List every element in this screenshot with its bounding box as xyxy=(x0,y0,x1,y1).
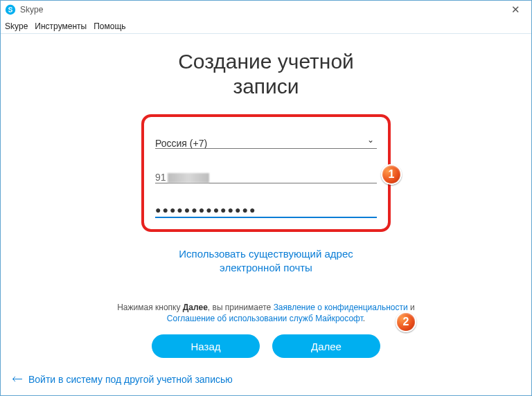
phone-value-censored xyxy=(168,173,209,183)
annotation-badge-1: 1 xyxy=(381,164,402,185)
use-existing-line1[interactable]: Использовать существующий адрес xyxy=(179,248,353,260)
arrow-left-icon: 🡐 xyxy=(12,373,23,386)
close-button[interactable]: ✕ xyxy=(504,3,527,17)
menu-help[interactable]: Помощь xyxy=(94,21,125,31)
next-button[interactable]: Далее xyxy=(272,334,380,358)
use-existing-email-link[interactable]: Использовать существующий адрес электрон… xyxy=(1,247,531,276)
chevron-down-icon: ⌄ xyxy=(367,135,374,145)
password-input[interactable]: ●●●●●●●●●●●●●● xyxy=(155,195,377,218)
use-existing-line2[interactable]: электронной почты xyxy=(220,262,312,273)
sign-in-other-account-link[interactable]: 🡐 Войти в систему под другой учетной зап… xyxy=(12,373,233,386)
app-title: Skype xyxy=(20,5,504,15)
privacy-link[interactable]: Заявление о конфиденциальности xyxy=(274,303,408,312)
phone-input[interactable]: 91 xyxy=(155,160,377,183)
tos-text: Нажимая кнопку Далее, вы принимаете Заяв… xyxy=(117,302,415,325)
skype-window: Skype ✕ Skype Инструменты Помощь Создани… xyxy=(0,0,532,396)
menu-skype[interactable]: Skype xyxy=(5,21,28,31)
agreement-link[interactable]: Соглашение об использовании служб Майкро… xyxy=(167,314,363,323)
page-title-line1: Создание учетной xyxy=(178,50,354,73)
menu-tools[interactable]: Инструменты xyxy=(35,21,87,31)
phone-value-prefix: 91 xyxy=(155,172,166,183)
button-row: Назад Далее xyxy=(1,334,531,358)
signup-form: Россия (+7) ⌄ 91 ●●●●●●●●●●●●●● 1 xyxy=(141,114,391,232)
country-select[interactable]: Россия (+7) ⌄ xyxy=(155,125,377,149)
annotation-badge-2: 2 xyxy=(396,312,416,332)
page-title: Создание учетной записи xyxy=(127,49,405,99)
skype-icon xyxy=(5,4,16,15)
content-area: Создание учетной записи Россия (+7) ⌄ 91… xyxy=(1,34,531,358)
titlebar: Skype ✕ xyxy=(1,1,531,19)
back-button[interactable]: Назад xyxy=(152,334,260,358)
country-value: Россия (+7) xyxy=(155,138,207,149)
password-value: ●●●●●●●●●●●●●● xyxy=(155,204,256,215)
sign-in-other-account-label: Войти в систему под другой учетной запис… xyxy=(28,374,233,385)
page-title-line2: записи xyxy=(233,75,299,98)
menubar: Skype Инструменты Помощь xyxy=(1,19,531,34)
form-highlight-box: Россия (+7) ⌄ 91 ●●●●●●●●●●●●●● xyxy=(141,114,391,232)
